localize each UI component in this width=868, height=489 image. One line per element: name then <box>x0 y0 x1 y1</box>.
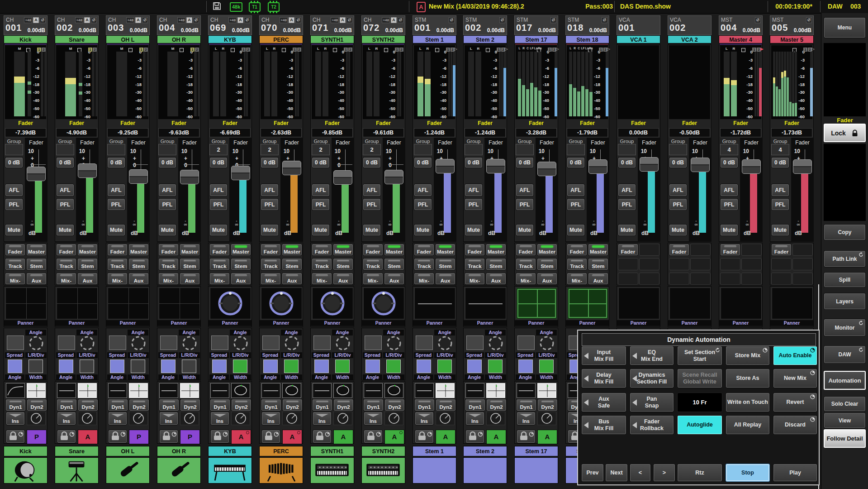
phase-badge[interactable]: Ø <box>449 17 455 23</box>
input-a-badge[interactable]: A <box>186 17 192 23</box>
channel-bottom-label[interactable]: Snare <box>55 446 99 456</box>
width-box[interactable] <box>28 360 43 373</box>
fader-assign-button[interactable]: Fader <box>158 244 179 256</box>
angle-knob[interactable] <box>334 335 351 354</box>
panner-display[interactable] <box>57 288 98 319</box>
pfl-button[interactable]: PFL <box>567 198 585 211</box>
pfl-button[interactable]: PFL <box>5 198 23 211</box>
mute-button[interactable]: Mute <box>107 224 125 236</box>
angle-knob[interactable] <box>28 335 45 354</box>
stem-assign-button[interactable]: Stem <box>282 258 302 270</box>
spread-box[interactable] <box>262 336 280 350</box>
menu-button[interactable]: Menu <box>824 17 866 38</box>
zero-db-button[interactable]: 0 dB <box>567 157 585 168</box>
fader-cap[interactable] <box>436 159 455 173</box>
group-assignment-box[interactable] <box>5 144 23 155</box>
mix-minus-button[interactable]: Mix- <box>261 273 281 285</box>
channel-name-label[interactable]: OH R <box>157 35 201 43</box>
mute-button[interactable]: Mute <box>261 224 279 236</box>
automation-status-button[interactable]: A <box>333 430 353 444</box>
dyn1-button[interactable]: Dyn1 <box>414 399 435 411</box>
angle-box[interactable] <box>365 360 380 373</box>
spread-box[interactable] <box>313 336 331 350</box>
mix-minus-button[interactable]: Mix- <box>158 273 179 285</box>
group-assignment-box[interactable] <box>56 144 74 155</box>
fader-assign-button[interactable]: Fader <box>414 244 434 256</box>
fader-cap[interactable] <box>282 161 301 175</box>
pfl-button[interactable]: PFL <box>516 198 534 211</box>
channel-bottom-label[interactable]: OH L <box>106 446 150 456</box>
channel-name-label[interactable]: OH L <box>106 35 150 43</box>
master-assign-button[interactable] <box>741 244 762 256</box>
channel-bottom-label[interactable]: SYNTH2 <box>361 446 405 456</box>
group-assignment-box[interactable] <box>669 144 687 155</box>
master-assign-button[interactable]: Master <box>333 244 353 256</box>
dynamics-grid-display[interactable] <box>282 383 301 398</box>
fader-assign-button[interactable]: Fader <box>209 244 230 256</box>
dyn1-button[interactable]: Dyn1 <box>5 399 26 411</box>
channel-name-label[interactable]: Snare <box>55 35 99 43</box>
panner-display[interactable] <box>261 288 302 319</box>
peak-hold-checkbox[interactable] <box>180 48 184 52</box>
fader-cap[interactable] <box>231 166 250 180</box>
phase-badge[interactable]: Ø <box>755 17 761 23</box>
stem-assign-button[interactable] <box>639 258 659 270</box>
aux-assign-button[interactable]: Aux <box>26 273 47 285</box>
zero-db-button[interactable]: 0 dB <box>771 157 789 168</box>
group-assignment-box[interactable] <box>516 144 534 155</box>
spread-box[interactable] <box>466 336 484 350</box>
peak-hold-checkbox[interactable] <box>231 48 235 52</box>
master-assign-button[interactable] <box>639 244 659 256</box>
automation-10-fr-button[interactable]: 10 Fr <box>677 393 722 412</box>
angle-box[interactable] <box>314 360 329 373</box>
mute-button[interactable]: Mute <box>56 224 74 236</box>
group-assignment-box[interactable] <box>414 144 432 155</box>
panner-display[interactable] <box>312 288 353 319</box>
input-a-badge[interactable]: A <box>237 17 243 23</box>
mute-button[interactable]: Mute <box>669 224 687 236</box>
dynamics-curve-display[interactable] <box>159 383 178 398</box>
lock-button[interactable] <box>57 430 76 443</box>
mute-button[interactable]: Mute <box>567 224 585 236</box>
master-assign-button[interactable]: Master <box>537 244 557 256</box>
zero-db-button[interactable]: 0 dB <box>107 157 125 168</box>
transport-back-button[interactable]: < <box>630 464 651 482</box>
mix-minus-button[interactable]: Mix- <box>516 273 536 285</box>
automation-status-button[interactable]: A <box>436 430 455 444</box>
channel-name-label[interactable]: Master 5 <box>770 35 814 43</box>
track-assign-button[interactable]: Track <box>414 258 434 270</box>
view-button[interactable]: View <box>824 412 866 428</box>
panner-display[interactable] <box>772 288 813 319</box>
automation-aux-safe-button[interactable]: Aux Safe <box>581 393 626 412</box>
channel-name-label[interactable]: SYNTH1 <box>310 35 354 43</box>
afl-button[interactable]: AFL <box>56 184 74 197</box>
angle-knob[interactable] <box>538 335 555 354</box>
mix-minus-button[interactable]: Mix- <box>5 273 25 285</box>
mix-minus-button[interactable]: Mix- <box>414 273 434 285</box>
insert-button[interactable]: Ins <box>415 412 434 425</box>
fader-assign-button[interactable]: Fader <box>107 244 128 256</box>
input-a-badge[interactable]: A <box>289 17 294 23</box>
automation-status-button[interactable]: P <box>129 430 149 444</box>
width-box[interactable] <box>284 360 299 373</box>
zero-db-button[interactable]: 0 dB <box>5 157 23 168</box>
peak-hold-checkbox[interactable] <box>282 48 286 52</box>
afl-button[interactable]: AFL <box>771 184 789 197</box>
insert-button[interactable]: Ins <box>364 412 383 425</box>
automation-dynamics-section-fill-button[interactable]: Dynamics Section Fill <box>630 369 674 388</box>
follow-detail-button[interactable]: Follow Detail <box>824 429 866 448</box>
dynamics-curve-display[interactable] <box>210 383 229 398</box>
dyn2-button[interactable]: Dyn2 <box>333 399 354 411</box>
channel-name-label[interactable]: Master 4 <box>719 35 763 43</box>
zero-db-button[interactable]: 0 dB <box>414 157 432 168</box>
fader-cap[interactable] <box>27 167 46 181</box>
pfl-button[interactable]: PFL <box>618 198 636 211</box>
phase-badge[interactable]: Ø <box>806 17 812 23</box>
width-box[interactable] <box>386 360 401 373</box>
afl-button[interactable]: AFL <box>516 184 534 197</box>
track-assign-button[interactable]: Track <box>567 258 587 270</box>
delay-dial[interactable] <box>129 412 148 425</box>
track-assign-button[interactable]: Track <box>465 258 485 270</box>
aux-assign-button[interactable]: Aux <box>333 273 353 285</box>
master-assign-button[interactable]: Master <box>77 244 98 256</box>
